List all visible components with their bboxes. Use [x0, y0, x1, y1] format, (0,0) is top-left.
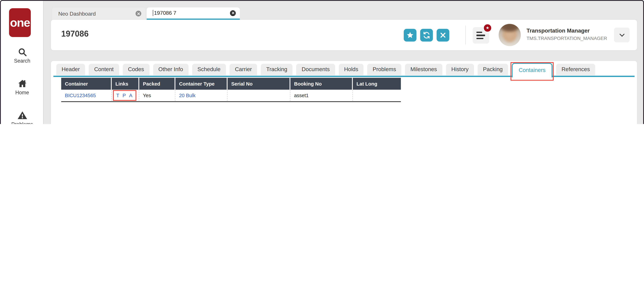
one-network-logo[interactable]: one: [9, 8, 31, 37]
tab-label: 197086 7: [154, 10, 230, 16]
tab-schedule[interactable]: Schedule: [192, 64, 226, 75]
tab-carrier[interactable]: Carrier: [230, 64, 257, 75]
favorite-button[interactable]: [404, 29, 416, 42]
search-icon: [1, 47, 44, 57]
sidebar-item-home[interactable]: Home: [1, 79, 44, 95]
close-tab-icon[interactable]: [136, 11, 141, 17]
asset-link[interactable]: A: [129, 93, 132, 98]
record-detail-panel: Header Content Codes Other Info Schedule…: [51, 61, 637, 124]
text-cursor: [153, 10, 153, 16]
refresh-button[interactable]: [420, 29, 433, 42]
tab-codes[interactable]: Codes: [122, 64, 149, 75]
sidebar: one Search Home: [1, 1, 44, 124]
links-cell: T P A: [115, 93, 133, 98]
user-role: TMS.TRANSPORTATION_MANAGER: [526, 36, 607, 41]
app-window: one Search Home: [0, 0, 644, 124]
tab-holds[interactable]: Holds: [339, 64, 364, 75]
chevron-down-icon: [618, 32, 626, 39]
sidebar-label: Search: [1, 58, 44, 64]
column-header-booking-no[interactable]: Booking No: [290, 78, 353, 90]
column-header-links[interactable]: Links: [112, 78, 139, 90]
tab-packing[interactable]: Packing: [478, 64, 508, 75]
user-menu-button[interactable]: [614, 28, 630, 42]
column-header-serial-no[interactable]: Serial No: [228, 78, 290, 90]
lat-long-value: [353, 90, 401, 101]
booking-no-value: asset1: [290, 90, 353, 101]
title-panel: 197086 ★ Transportation Manager TMS: [51, 20, 637, 50]
tab-milestones[interactable]: Milestones: [405, 64, 442, 75]
tab-other-info[interactable]: Other Info: [153, 64, 188, 75]
tab-content[interactable]: Content: [89, 64, 119, 75]
top-tab-record[interactable]: 197086 7: [147, 7, 240, 20]
tab-header[interactable]: Header: [56, 64, 85, 75]
tab-containers[interactable]: Containers: [512, 63, 552, 77]
home-icon: [1, 79, 44, 89]
header-divider: [465, 26, 466, 45]
tracking-link[interactable]: T: [116, 93, 119, 98]
favorite-star-badge: ★: [483, 24, 492, 33]
table-row: BICU1234565 T P A Yes 20 Bulk asset1: [61, 90, 401, 102]
tab-references[interactable]: References: [556, 64, 595, 75]
star-icon: [406, 31, 414, 39]
table-header-row: Container Links Packed Container Type Se…: [61, 78, 401, 90]
page-title: 197086: [61, 29, 88, 39]
column-header-container-type[interactable]: Container Type: [175, 78, 228, 90]
tab-documents[interactable]: Documents: [296, 64, 335, 75]
sidebar-item-search[interactable]: Search: [1, 47, 44, 64]
packing-link[interactable]: P: [122, 93, 126, 98]
list-icon: [476, 32, 482, 33]
top-tab-neo-dashboard[interactable]: Neo Dashboard: [52, 7, 146, 20]
column-header-packed[interactable]: Packed: [139, 78, 176, 90]
sidebar-item-problems[interactable]: Problems: [1, 110, 44, 124]
user-avatar[interactable]: [499, 24, 521, 46]
warning-triangle-icon: [1, 110, 44, 120]
user-name: Transportation Manager: [526, 28, 590, 34]
sidebar-label: Home: [1, 90, 44, 95]
serial-no-value: [228, 90, 290, 101]
close-tab-icon[interactable]: [230, 10, 236, 16]
detail-tab-bar: Header Content Codes Other Info Schedule…: [56, 64, 634, 77]
refresh-icon: [423, 31, 430, 39]
tab-history[interactable]: History: [446, 64, 474, 75]
close-record-button[interactable]: [436, 29, 449, 42]
close-icon: [439, 31, 447, 39]
column-header-container[interactable]: Container: [61, 78, 112, 90]
container-type-link[interactable]: 20 Bulk: [179, 93, 196, 98]
tab-label: Neo Dashboard: [58, 11, 136, 17]
containers-table: Container Links Packed Container Type Se…: [61, 78, 401, 102]
tab-tracking[interactable]: Tracking: [261, 64, 293, 75]
packed-value: Yes: [139, 90, 176, 101]
container-link[interactable]: BICU1234565: [65, 93, 96, 98]
column-header-lat-long[interactable]: Lat Long: [353, 78, 401, 90]
tab-problems[interactable]: Problems: [368, 64, 402, 75]
sidebar-label: Problems: [1, 121, 44, 124]
